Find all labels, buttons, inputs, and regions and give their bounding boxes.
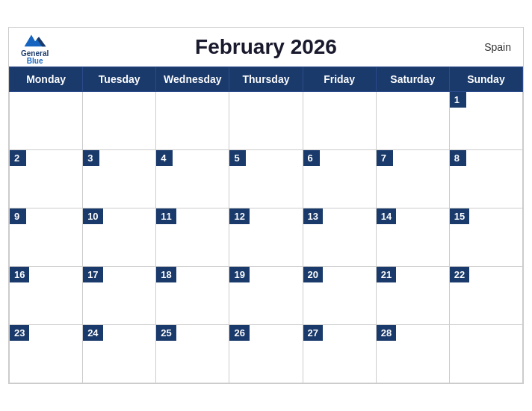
day-number: 27 [303,325,323,341]
calendar-body: 1234567891011121314151617181920212223242… [10,92,523,383]
calendar-cell: 17 [83,267,156,325]
calendar-cell: 3 [83,150,156,208]
calendar-cell: 1 [449,92,522,150]
calendar-cell: 12 [229,208,303,267]
day-number: 18 [156,267,176,282]
day-number: 6 [303,150,320,166]
calendar-cell: 9 [10,208,83,267]
header-sunday: Sunday [449,67,522,92]
weekday-header-row: Monday Tuesday Wednesday Thursday Friday… [10,67,523,92]
day-number: 17 [83,267,102,282]
header-saturday: Saturday [376,67,449,92]
svg-rect-0 [22,29,49,49]
day-number: 16 [10,267,29,282]
logo-blue-text: Blue [27,58,43,65]
day-number: 11 [156,208,176,224]
calendar-cell: 24 [83,325,156,383]
day-number: 24 [83,325,102,341]
calendar-cell: 25 [156,325,229,383]
calendar-cell: 20 [303,267,376,325]
calendar-cell: 28 [376,325,449,383]
day-number: 22 [450,267,469,282]
calendar-cell: 5 [229,150,303,208]
day-number: 2 [10,150,26,166]
day-number: 1 [450,92,466,108]
calendar-header: General Blue February 2026 Spain [9,28,523,67]
calendar-cell: 16 [10,267,83,325]
calendar-cell: 13 [303,208,376,267]
calendar-cell [156,92,229,150]
day-number: 19 [229,267,249,282]
header-tuesday: Tuesday [83,67,156,92]
day-number: 8 [450,150,466,166]
calendar-cell [376,92,449,150]
calendar-cell: 4 [156,150,229,208]
calendar-cell: 14 [376,208,449,267]
calendar-cell: 19 [229,267,303,325]
day-number: 4 [156,150,173,166]
generalblue-logo-icon [22,29,49,50]
calendar-cell: 7 [376,150,449,208]
calendar-table: Monday Tuesday Wednesday Thursday Friday… [9,67,523,383]
calendar-cell: 15 [449,208,522,267]
calendar-cell: 8 [449,150,522,208]
day-number: 21 [377,267,396,282]
day-number: 7 [377,150,393,166]
calendar-cell [229,92,303,150]
day-number: 13 [303,208,323,224]
header-thursday: Thursday [229,67,303,92]
calendar-cell [83,92,156,150]
calendar-cell: 26 [229,325,303,383]
day-number: 10 [83,208,102,224]
day-number: 3 [83,150,99,166]
day-number: 20 [303,267,323,282]
week-row-3: 9101112131415 [10,208,523,267]
day-number: 15 [450,208,469,224]
calendar-cell: 2 [10,150,83,208]
day-number: 25 [156,325,176,341]
calendar: General Blue February 2026 Spain Monday … [8,27,524,384]
day-number: 26 [229,325,249,341]
week-row-1: 1 [10,92,523,150]
week-row-4: 16171819202122 [10,267,523,325]
calendar-cell: 11 [156,208,229,267]
calendar-cell [10,92,83,150]
calendar-cell: 23 [10,325,83,383]
header-friday: Friday [303,67,376,92]
day-number: 14 [377,208,396,224]
week-row-2: 2345678 [10,150,523,208]
day-number: 9 [10,208,26,224]
day-number: 5 [229,150,246,166]
calendar-title: February 2026 [195,35,337,59]
header-wednesday: Wednesday [156,67,229,92]
calendar-cell: 10 [83,208,156,267]
country-label: Spain [484,41,511,53]
calendar-cell: 18 [156,267,229,325]
calendar-cell [303,92,376,150]
day-number: 28 [377,325,396,341]
calendar-cell: 21 [376,267,449,325]
calendar-cell [449,325,522,383]
calendar-cell: 27 [303,325,376,383]
logo: General Blue [21,29,49,65]
calendar-cell: 6 [303,150,376,208]
week-row-5: 232425262728 [10,325,523,383]
day-number: 23 [10,325,29,341]
day-number: 12 [229,208,249,224]
header-monday: Monday [10,67,83,92]
calendar-cell: 22 [449,267,522,325]
